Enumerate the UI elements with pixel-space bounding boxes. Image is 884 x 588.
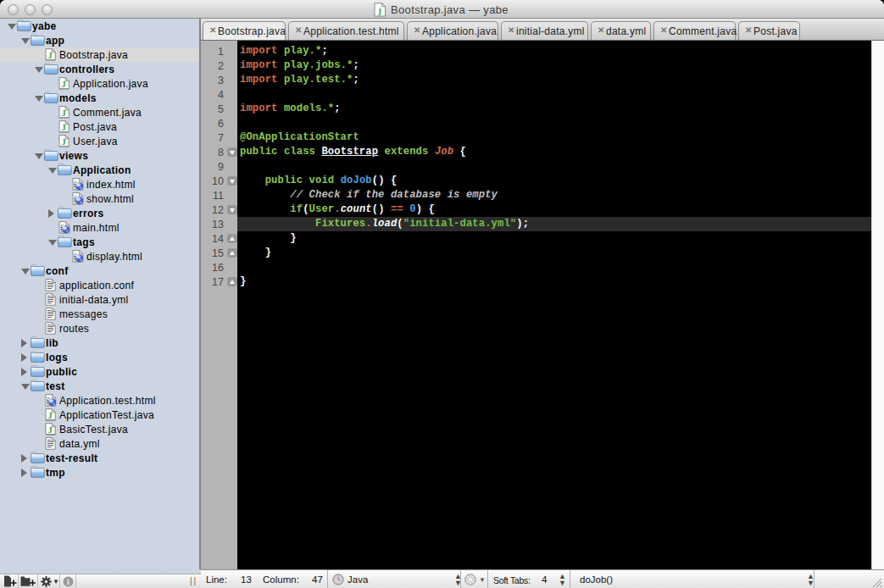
svg-text:J: J — [47, 425, 52, 435]
svg-text:i: i — [67, 577, 69, 586]
svg-text:J: J — [61, 80, 65, 89]
svg-text:J: J — [61, 137, 65, 147]
svg-text:J: J — [47, 411, 52, 420]
svg-text:J: J — [47, 51, 52, 60]
svg-text:J: J — [61, 108, 65, 118]
svg-text:j: j — [377, 5, 381, 15]
svg-text:J: J — [61, 123, 65, 132]
